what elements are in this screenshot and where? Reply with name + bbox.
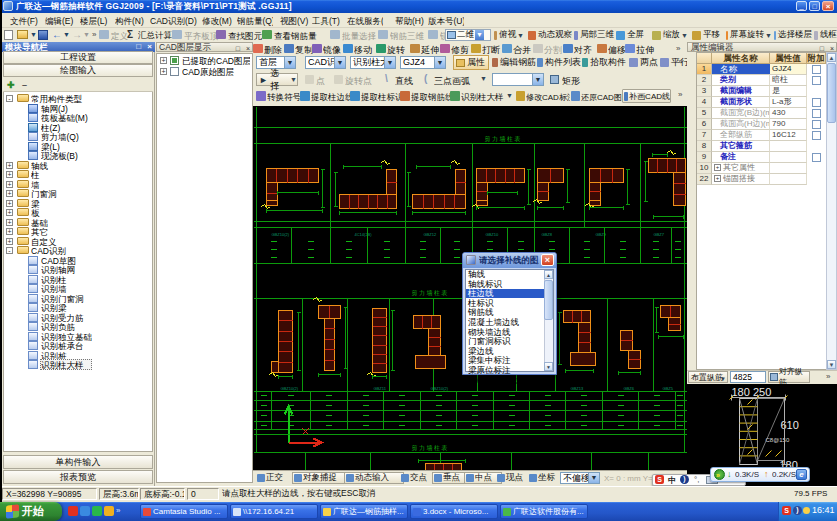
svg-text:GBZ10(2): GBZ10(2) — [281, 386, 299, 391]
svg-text:GBZ10(2): GBZ10(2) — [272, 232, 290, 237]
svg-text:剪力墙柱表: 剪力墙柱表 — [485, 135, 523, 143]
svg-text:GBZ12: GBZ12 — [424, 232, 437, 237]
svg-text:GBZ5: GBZ5 — [663, 386, 674, 391]
svg-text:GBZ9: GBZ9 — [596, 232, 607, 237]
svg-text:GBZ11: GBZ11 — [374, 386, 387, 391]
svg-text:剪力墙柱表: 剪力墙柱表 — [412, 289, 450, 297]
svg-text:C8@150: C8@150 — [766, 437, 790, 443]
svg-text:剪力墙柱表: 剪力墙柱表 — [412, 444, 450, 452]
svg-text:GBZ6: GBZ6 — [624, 386, 635, 391]
svg-text:4C14(2B): 4C14(2B) — [355, 232, 373, 237]
svg-text:GBZ10(2): GBZ10(2) — [431, 386, 449, 391]
svg-text:GBZ8: GBZ8 — [542, 232, 553, 237]
svg-text:610: 610 — [781, 419, 799, 431]
svg-text:GBZ7: GBZ7 — [654, 232, 665, 237]
svg-text:GBZ10: GBZ10 — [486, 232, 499, 237]
svg-text:GBZ13: GBZ13 — [571, 386, 584, 391]
svg-text:180 250: 180 250 — [732, 386, 772, 398]
